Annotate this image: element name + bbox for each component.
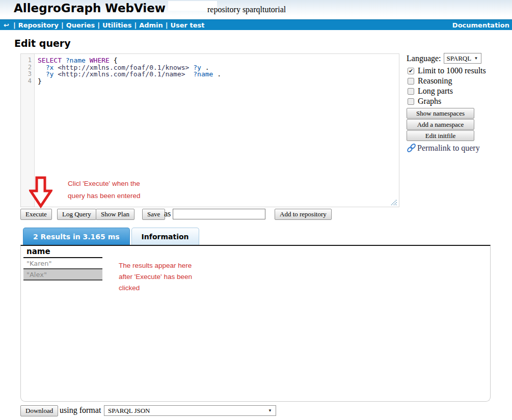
back-icon[interactable]: ↩ bbox=[4, 21, 9, 29]
checkbox-label: Limit to 1000 results bbox=[418, 66, 486, 75]
code-line: ?x <http://xmlns.com/foaf/0.1/knows> ?y … bbox=[38, 64, 399, 71]
nav-separator: | bbox=[134, 21, 137, 29]
save-as-input[interactable] bbox=[173, 209, 265, 219]
edit-initfile-button[interactable]: Edit initfile bbox=[407, 130, 474, 141]
checkbox-graphs[interactable]: Graphs bbox=[407, 96, 512, 106]
add-to-repository-button[interactable]: Add to repository bbox=[275, 209, 332, 220]
query-options-sidebar: Language: SPARQL ▼ ✔Limit to 1000 result… bbox=[407, 53, 512, 153]
nav-item-repository[interactable]: Repository bbox=[18, 21, 59, 29]
code-line: SELECT ?name WHERE { bbox=[38, 57, 399, 64]
download-button[interactable]: Download bbox=[20, 405, 58, 416]
download-format-label: using format bbox=[60, 406, 101, 415]
results-tabs: 2 Results in 3.165 msInformation bbox=[23, 228, 201, 245]
permalink-link[interactable]: Permalink to query bbox=[407, 143, 512, 153]
language-selected-value: SPARQL bbox=[447, 54, 472, 63]
results-annotation: The results appear hereafter 'Execute' h… bbox=[119, 260, 192, 294]
option-checkboxes: ✔Limit to 1000 resultsReasoningLong part… bbox=[407, 66, 512, 106]
chevron-down-icon: ▼ bbox=[268, 408, 272, 413]
annotation-line: query has been entered bbox=[68, 190, 141, 202]
tab-information[interactable]: Information bbox=[131, 228, 199, 245]
language-label: Language: bbox=[407, 54, 441, 63]
checkbox-reasoning[interactable]: Reasoning bbox=[407, 76, 512, 86]
show-plan-button[interactable]: Show Plan bbox=[96, 209, 134, 220]
checkbox-long-parts[interactable]: Long parts bbox=[407, 86, 512, 96]
page-title: Edit query bbox=[14, 38, 71, 49]
annotation-line: Clicl 'Execute' when the bbox=[68, 178, 141, 190]
nav-separator: | bbox=[166, 21, 168, 29]
nav-item-admin[interactable]: Admin bbox=[139, 21, 163, 29]
download-format-selected-value: SPARQL JSON bbox=[108, 407, 150, 415]
app-title: AllegroGraph WebView bbox=[14, 2, 166, 15]
link-icon bbox=[407, 143, 416, 153]
permalink-label: Permalink to query bbox=[417, 144, 480, 153]
nav-separator: | bbox=[61, 21, 64, 29]
results-table: name "Karen""Alex" bbox=[23, 247, 102, 281]
line-number: 4 bbox=[21, 78, 32, 85]
results-rows: "Karen""Alex" bbox=[23, 258, 102, 281]
execute-annotation: Clicl 'Execute' when thequery has been e… bbox=[68, 178, 141, 202]
line-number: 2 bbox=[21, 64, 32, 71]
nav-item-queries[interactable]: Queries bbox=[66, 21, 95, 29]
nav-item-user-test[interactable]: User test bbox=[171, 21, 205, 29]
annotation-line: after 'Execute' has been bbox=[119, 271, 192, 283]
add-a-namespace-button[interactable]: Add a namespace bbox=[407, 119, 474, 130]
code-line: } bbox=[38, 78, 399, 85]
nav-item-utilities[interactable]: Utilities bbox=[102, 21, 131, 29]
checkbox-label: Reasoning bbox=[418, 76, 452, 86]
line-number: 1 bbox=[21, 57, 32, 64]
annotation-line: clicked bbox=[119, 283, 192, 294]
resize-handle-icon[interactable] bbox=[391, 199, 397, 205]
checkbox-unchecked-icon[interactable] bbox=[408, 78, 414, 85]
line-number: 3 bbox=[21, 71, 32, 78]
result-row[interactable]: "Karen" bbox=[23, 258, 102, 269]
language-select[interactable]: SPARQL ▼ bbox=[444, 53, 481, 64]
chevron-down-icon: ▼ bbox=[474, 56, 478, 61]
language-row: Language: SPARQL ▼ bbox=[407, 53, 512, 64]
namespace-buttons: Show namespacesAdd a namespaceEdit initf… bbox=[407, 108, 512, 141]
download-format-select[interactable]: SPARQL JSON ▼ bbox=[104, 405, 276, 416]
tab-results[interactable]: 2 Results in 3.165 ms bbox=[23, 228, 130, 245]
results-column-header: name bbox=[23, 247, 102, 258]
save-button[interactable]: Save bbox=[142, 209, 165, 220]
log-query-button[interactable]: Log Query bbox=[57, 209, 96, 220]
red-down-arrow-annotation bbox=[29, 176, 52, 208]
checkbox-unchecked-icon[interactable] bbox=[408, 98, 414, 105]
repository-label: repository sparqltutorial bbox=[207, 5, 286, 14]
checkbox-limit-to-1000-results[interactable]: ✔Limit to 1000 results bbox=[407, 66, 512, 76]
show-namespaces-button[interactable]: Show namespaces bbox=[407, 108, 474, 119]
nav-items: |Repository|Queries|Utilities|Admin|User… bbox=[11, 21, 205, 29]
checkbox-unchecked-icon[interactable] bbox=[408, 88, 414, 95]
annotation-line: The results appear here bbox=[119, 260, 192, 271]
checkbox-label: Long parts bbox=[418, 87, 453, 96]
save-as-label: as bbox=[164, 209, 171, 218]
nav-separator: | bbox=[97, 21, 100, 29]
result-row[interactable]: "Alex" bbox=[23, 269, 102, 281]
nav-link-documentation[interactable]: Documentation bbox=[452, 21, 509, 29]
code-line: ?y <http://xmlns.com/foaf/0.1/name> ?nam… bbox=[38, 71, 399, 78]
checkbox-label: Graphs bbox=[418, 97, 441, 106]
navbar: ↩ |Repository|Queries|Utilities|Admin|Us… bbox=[0, 19, 512, 30]
checkbox-checked-icon[interactable]: ✔ bbox=[408, 68, 414, 74]
execute-button[interactable]: Execute bbox=[20, 209, 52, 220]
nav-separator: | bbox=[13, 21, 16, 29]
header: AllegroGraph WebView repository sparqltu… bbox=[0, 0, 512, 19]
